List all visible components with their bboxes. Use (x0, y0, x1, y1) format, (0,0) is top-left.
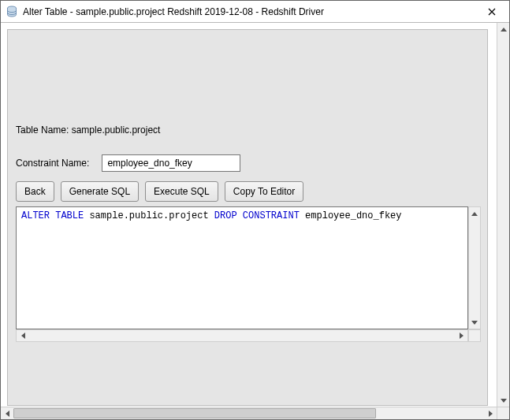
sql-vertical-scrollbar[interactable] (468, 206, 481, 329)
database-icon (6, 6, 18, 18)
scrollbar-thumb[interactable] (13, 408, 376, 418)
scroll-left-icon[interactable] (1, 407, 13, 419)
scroll-down-icon[interactable] (469, 316, 480, 329)
sql-scroll-corner (468, 329, 481, 342)
table-name-label: Table Name: sample.public.project (16, 125, 160, 136)
sql-keyword-alter-table: ALTER TABLE (21, 210, 84, 221)
outer-scroll-corner (497, 407, 509, 419)
scroll-right-icon[interactable] (455, 330, 467, 341)
main-panel: Table Name: sample.public.project Constr… (7, 29, 488, 406)
outer-horizontal-scrollbar[interactable] (1, 407, 497, 419)
sql-horizontal-scrollbar[interactable] (16, 329, 468, 342)
outer-vertical-scrollbar[interactable] (497, 23, 509, 407)
copy-to-editor-button[interactable]: Copy To Editor (225, 181, 304, 202)
constraint-name-input[interactable] (102, 154, 240, 172)
sql-text[interactable]: ALTER TABLE sample.public.project DROP C… (16, 206, 468, 329)
close-button[interactable] (475, 1, 509, 22)
titlebar: Alter Table - sample.public.project Reds… (1, 1, 509, 23)
window-title: Alter Table - sample.public.project Reds… (23, 6, 475, 17)
window: Alter Table - sample.public.project Reds… (0, 0, 510, 420)
back-button[interactable]: Back (16, 181, 54, 202)
generate-sql-button[interactable]: Generate SQL (61, 181, 139, 202)
content-area: Table Name: sample.public.project Constr… (1, 23, 509, 419)
scroll-down-icon[interactable] (497, 394, 509, 407)
sql-constraint: employee_dno_fkey (300, 210, 402, 221)
scroll-up-icon[interactable] (469, 207, 480, 220)
constraint-row: Constraint Name: (16, 154, 240, 172)
button-row: Back Generate SQL Execute SQL Copy To Ed… (16, 181, 303, 202)
sql-area: ALTER TABLE sample.public.project DROP C… (16, 206, 481, 342)
scroll-left-icon[interactable] (17, 330, 29, 341)
constraint-name-label: Constraint Name: (16, 158, 89, 169)
sql-target: sample.public.project (84, 210, 214, 221)
execute-sql-button[interactable]: Execute SQL (145, 181, 218, 202)
scroll-up-icon[interactable] (497, 23, 509, 35)
sql-keyword-drop-constraint: DROP CONSTRAINT (214, 210, 300, 221)
scroll-right-icon[interactable] (484, 407, 497, 419)
